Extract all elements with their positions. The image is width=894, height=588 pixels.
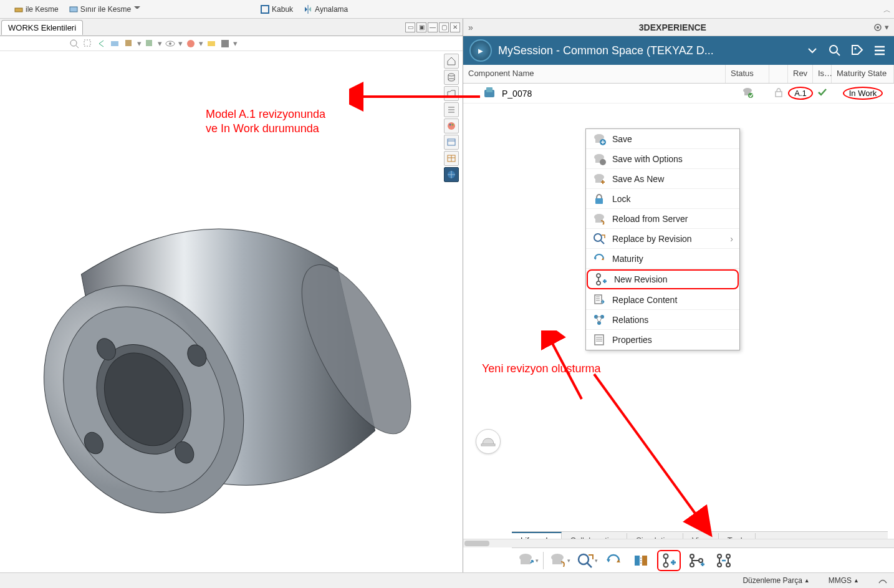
search-icon[interactable] [827, 42, 843, 59]
menu-reload[interactable]: Reload from Server [586, 209, 739, 229]
dropdown-arrow[interactable] [134, 6, 140, 12]
svg-point-3 [70, 40, 77, 46]
svg-point-47 [600, 159, 606, 165]
tool-ile-kesme[interactable]: ile Kesme [11, 3, 61, 16]
col-rev[interactable]: Rev [788, 65, 813, 83]
zoom-fit-icon[interactable] [69, 38, 80, 49]
menu-replace-revision[interactable]: Replace by Revision› [586, 229, 739, 249]
section-view-icon[interactable] [110, 38, 121, 49]
status-units[interactable]: MMGS ▲ [829, 576, 859, 585]
menu-new-revision[interactable]: New Revision [587, 269, 739, 289]
collapse-chevron-icon[interactable]: ︿ [883, 5, 891, 16]
svg-point-68 [579, 554, 589, 564]
pane-tile-icon[interactable]: ▭ [405, 22, 415, 32]
menu-maturity[interactable]: Maturity [586, 249, 739, 269]
tool-label: Sınır ile Kesme [80, 5, 131, 14]
svg-point-27 [452, 124, 454, 126]
viewport-3d[interactable]: Model A.1 revizyonunda ve In Work durumu… [0, 51, 463, 572]
menu-label: Relations [612, 315, 648, 325]
col-lock[interactable] [769, 65, 788, 83]
tool-label: ile Kesme [26, 5, 59, 14]
menu-relations[interactable]: Relations [586, 310, 739, 330]
menu-properties[interactable]: Properties [586, 330, 739, 350]
zoom-area-icon[interactable] [82, 38, 94, 49]
menu-save-as-new[interactable]: Save As New [586, 169, 739, 189]
table-row[interactable]: P_0078 A.1 In Work [463, 84, 894, 104]
render-icon[interactable] [219, 38, 231, 49]
col-status[interactable]: Status [726, 65, 769, 83]
status-bar: Düzenleme Parça ▲ MMGS ▲ [0, 572, 894, 588]
row-rev: A.1 [788, 89, 813, 98]
search-revision-icon[interactable]: ▾ [575, 550, 598, 571]
compass-icon[interactable] [469, 39, 492, 62]
col-maturity[interactable]: Maturity State [832, 65, 894, 83]
svg-line-34 [837, 52, 840, 55]
scene-icon[interactable] [206, 38, 217, 49]
tag-icon[interactable] [849, 42, 865, 59]
list-icon[interactable] [444, 102, 459, 117]
pane-cascade-icon[interactable]: ▣ [416, 22, 426, 32]
svg-point-33 [830, 46, 837, 53]
view-toolbar: ▾ ▾ ▾ ▾ ▾ [0, 36, 463, 51]
svg-point-26 [449, 124, 451, 126]
status-extra-icon[interactable] [878, 576, 888, 585]
tool-sinir-ile-kesme[interactable]: Sınır ile Kesme [66, 3, 143, 16]
palette-icon[interactable] [444, 118, 459, 133]
menu-save-options[interactable]: Save with Options [586, 149, 739, 169]
svg-rect-37 [486, 87, 493, 92]
maturity-icon[interactable] [602, 550, 626, 571]
menu-label: Save with Options [612, 154, 683, 164]
menu-save[interactable]: Save [586, 129, 739, 149]
left-panel: WORKS Eklentileri ▭ ▣ — ▢ ✕ ▾ ▾ ▾ ▾ [0, 19, 463, 572]
tool-aynalama[interactable]: Aynalama [300, 3, 350, 16]
folder-icon[interactable] [444, 86, 459, 101]
save-server-icon[interactable]: ▾ [516, 550, 539, 571]
svg-point-55 [597, 274, 600, 277]
session-bar: MySession - Common Space (TEKYAZ D... [463, 36, 894, 65]
menu-icon[interactable] [872, 42, 888, 59]
top-toolbar: ile Kesme Sınır ile Kesme Kabuk Aynalama… [0, 0, 894, 19]
pane-minimize-icon[interactable]: — [428, 22, 438, 32]
reload-server-icon[interactable]: ▾ [547, 550, 571, 571]
hide-show-icon[interactable] [165, 38, 176, 49]
svg-line-4 [76, 46, 79, 48]
svg-point-56 [597, 281, 600, 285]
svg-point-23 [448, 74, 454, 76]
compare-icon[interactable] [630, 550, 653, 571]
expand-chevron-icon[interactable]: » [468, 22, 473, 32]
merge-icon[interactable] [712, 550, 736, 571]
helmet-icon[interactable] [476, 429, 501, 454]
svg-rect-1 [70, 7, 77, 12]
arrow-annotation-3 [588, 368, 719, 542]
pane-maximize-icon[interactable]: ▢ [439, 22, 449, 32]
menu-replace-content[interactable]: Replace Content [586, 290, 739, 310]
view-orient-icon[interactable] [123, 38, 135, 49]
col-component-name[interactable]: Component Name [463, 65, 726, 83]
gear-icon[interactable] [872, 22, 883, 33]
display-style-icon[interactable] [144, 38, 155, 49]
new-revision-icon[interactable] [657, 550, 681, 571]
tab-works-eklentileri[interactable]: WORKS Eklentileri [1, 20, 83, 35]
cylinder-icon[interactable] [444, 70, 459, 85]
svg-point-81 [726, 563, 730, 567]
svg-rect-41 [776, 92, 782, 97]
properties-icon[interactable] [444, 135, 459, 150]
tab-label: WORKS Eklentileri [8, 23, 76, 32]
chevron-down-icon[interactable] [804, 42, 820, 59]
menu-label: New Revision [614, 274, 668, 284]
globe-icon[interactable] [444, 167, 459, 182]
svg-rect-8 [146, 40, 152, 46]
branch-icon[interactable] [685, 550, 708, 571]
prev-view-icon[interactable] [96, 38, 107, 49]
scrollbar-horizontal[interactable] [463, 539, 894, 547]
status-edit-mode[interactable]: Düzenleme Parça ▲ [743, 576, 809, 585]
home-icon[interactable] [444, 54, 459, 69]
col-is[interactable]: Is… [813, 65, 832, 83]
menu-lock[interactable]: Lock [586, 189, 739, 209]
table-icon[interactable] [444, 151, 459, 166]
menu-label: Replace Content [612, 295, 677, 305]
tool-kabuk[interactable]: Kabuk [257, 3, 296, 16]
menu-label: Reload from Server [612, 214, 688, 224]
pane-close-icon[interactable]: ✕ [450, 22, 460, 32]
appearance-icon[interactable] [185, 38, 196, 49]
